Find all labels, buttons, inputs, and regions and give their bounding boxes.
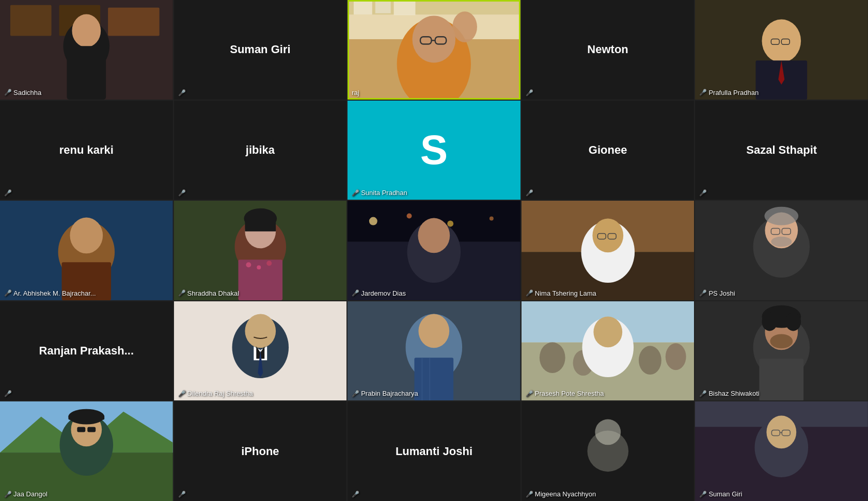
name-label-ranjan: 🎤 bbox=[4, 390, 11, 397]
svg-rect-2 bbox=[10, 5, 52, 36]
mute-icon-iphone: 🎤 bbox=[178, 491, 185, 498]
name-iphone: iPhone bbox=[236, 440, 284, 463]
name-lumanti: Lumanti Joshi bbox=[390, 440, 478, 463]
svg-point-44 bbox=[407, 214, 412, 219]
participant-prafulla: 🎤 Prafulla Pradhan bbox=[695, 0, 868, 100]
svg-rect-36 bbox=[245, 219, 276, 232]
name-prasesh: 🎤 Prasesh Pote Shrestha bbox=[526, 390, 604, 397]
svg-point-29 bbox=[70, 218, 103, 254]
participant-suman-giri-bot: 🎤 Suman Giri bbox=[695, 401, 868, 501]
svg-point-63 bbox=[765, 207, 799, 225]
name-nima: 🎤 Nima Tshering Lama bbox=[526, 289, 596, 297]
svg-rect-92 bbox=[760, 359, 804, 400]
svg-point-89 bbox=[762, 312, 778, 331]
svg-point-90 bbox=[786, 312, 801, 331]
name-label-gionee: 🎤 bbox=[526, 189, 533, 197]
participant-prabin: 🎤 Prabin Bajracharya bbox=[348, 301, 520, 401]
participant-psjoshi: 🎤 PS Joshi bbox=[695, 201, 868, 300]
mute-icon-abhishek: 🎤 bbox=[4, 289, 11, 297]
name-label-jibika: 🎤 bbox=[178, 189, 185, 197]
svg-point-40 bbox=[266, 261, 272, 266]
name-raj: raj bbox=[352, 89, 359, 96]
svg-point-66 bbox=[245, 314, 276, 348]
svg-rect-11 bbox=[354, 0, 372, 14]
name-psjoshi: 🎤 PS Joshi bbox=[699, 289, 735, 297]
svg-rect-4 bbox=[108, 8, 160, 36]
svg-point-19 bbox=[452, 11, 477, 42]
name-jibika: jibika bbox=[241, 138, 280, 162]
participant-newton: Newton 🎤 bbox=[522, 0, 695, 100]
participant-lumanti: Lumanti Joshi 🎤 bbox=[348, 401, 520, 501]
name-dilendra: 🎤 Dilendra Raj Shrestha bbox=[178, 390, 253, 397]
svg-point-72 bbox=[419, 314, 450, 348]
participant-gionee: Gionee 🎤 bbox=[522, 101, 695, 200]
name-prafulla: 🎤 Prafulla Pradhan bbox=[699, 89, 759, 96]
name-label-sazal: 🎤 bbox=[699, 189, 706, 197]
mute-icon-suman-top: 🎤 bbox=[178, 89, 185, 96]
name-shraddha: 🎤 Shraddha Dhakal bbox=[178, 289, 239, 297]
mute-icon-ranjan: 🎤 bbox=[4, 390, 11, 397]
svg-rect-10 bbox=[348, 0, 520, 14]
name-newton: Newton bbox=[582, 38, 633, 61]
mute-icon-dilendra: 🎤 bbox=[178, 390, 185, 397]
participant-sazal: Sazal Sthapit 🎤 bbox=[695, 101, 868, 200]
svg-point-62 bbox=[771, 237, 792, 247]
svg-rect-99 bbox=[77, 427, 85, 432]
name-jaa: 🎤 Jaa Dangol bbox=[4, 490, 48, 498]
name-bishaz: 🎤 Bishaz Shiwakoti bbox=[699, 390, 759, 397]
name-suman-giri-bot: 🎤 Suman Giri bbox=[699, 490, 742, 498]
name-migeena: 🎤 Migeena Nyachhyon bbox=[526, 490, 596, 498]
svg-point-81 bbox=[639, 346, 661, 375]
participant-jaa: 🎤 Jaa Dangol bbox=[0, 401, 173, 501]
mute-icon-renu: 🎤 bbox=[4, 189, 11, 197]
name-label-renu: 🎤 bbox=[4, 189, 11, 197]
mute-icon-jaa: 🎤 bbox=[4, 491, 11, 498]
name-renu: renu karki bbox=[54, 138, 119, 162]
name-sadichha: 🎤 Sadichha bbox=[4, 89, 41, 96]
participant-dilendra: 🎤 Dilendra Raj Shrestha bbox=[174, 301, 347, 401]
svg-point-106 bbox=[595, 419, 621, 445]
mute-icon-shraddha: 🎤 bbox=[178, 289, 185, 297]
svg-rect-100 bbox=[87, 427, 96, 432]
mute-icon-migeena: 🎤 bbox=[526, 491, 533, 498]
name-label-lumanti: 🎤 bbox=[352, 491, 359, 498]
svg-point-91 bbox=[770, 334, 793, 348]
mute-icon-nima: 🎤 bbox=[526, 289, 533, 297]
name-label-suman-giri-top: 🎤 bbox=[178, 89, 185, 96]
participant-jardemov: 🎤 Jardemov Dias bbox=[348, 201, 520, 300]
mute-icon-psjoshi: 🎤 bbox=[699, 289, 706, 297]
mute-icon-sazal: 🎤 bbox=[699, 189, 706, 197]
mute-icon-newton: 🎤 bbox=[526, 89, 533, 96]
participant-jibika: jibika 🎤 bbox=[174, 101, 347, 200]
mute-icon-prafulla: 🎤 bbox=[699, 89, 706, 96]
svg-rect-7 bbox=[67, 46, 106, 99]
svg-point-46 bbox=[490, 217, 494, 221]
mute-icon-prabin: 🎤 bbox=[352, 390, 359, 397]
svg-point-48 bbox=[418, 218, 450, 253]
svg-rect-37 bbox=[238, 260, 282, 300]
svg-point-15 bbox=[413, 16, 456, 63]
name-label-newton: 🎤 bbox=[526, 89, 533, 96]
name-suman-giri-top: Suman Giri bbox=[225, 38, 295, 61]
svg-point-6 bbox=[72, 14, 101, 47]
participant-renu: renu karki 🎤 bbox=[0, 101, 173, 200]
name-label-iphone: 🎤 bbox=[178, 491, 185, 498]
participant-suman-giri-top: Suman Giri 🎤 bbox=[174, 0, 347, 100]
name-jardemov: 🎤 Jardemov Dias bbox=[352, 289, 406, 297]
mute-icon-lumanti: 🎤 bbox=[352, 491, 359, 498]
participant-raj: raj bbox=[348, 0, 520, 100]
svg-point-111 bbox=[767, 416, 797, 449]
name-prabin: 🎤 Prabin Bajracharya bbox=[352, 390, 418, 397]
svg-point-79 bbox=[540, 342, 565, 373]
name-ranjan: Ranjan Prakash... bbox=[34, 339, 139, 363]
participant-ranjan: Ranjan Prakash... 🎤 bbox=[0, 301, 173, 401]
participant-abhishek: 🎤 Ar. Abhishek M. Bajrachar... bbox=[0, 201, 173, 300]
svg-rect-103 bbox=[68, 416, 104, 420]
name-abhishek: 🎤 Ar. Abhishek M. Bajrachar... bbox=[4, 289, 96, 297]
mute-icon-jibika: 🎤 bbox=[178, 189, 185, 197]
mute-icon-bishaz: 🎤 bbox=[699, 390, 706, 397]
svg-point-84 bbox=[593, 316, 622, 347]
participant-iphone: iPhone 🎤 bbox=[174, 401, 347, 501]
svg-rect-12 bbox=[375, 0, 391, 13]
participant-sunita: S 🎤 Sunita Pradhan bbox=[348, 101, 520, 200]
